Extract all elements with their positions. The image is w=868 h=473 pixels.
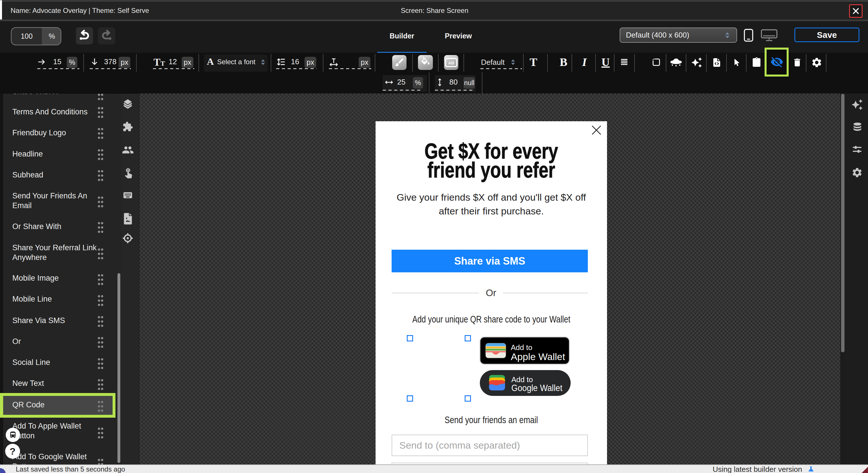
svg-text:AB: AB — [448, 60, 454, 65]
